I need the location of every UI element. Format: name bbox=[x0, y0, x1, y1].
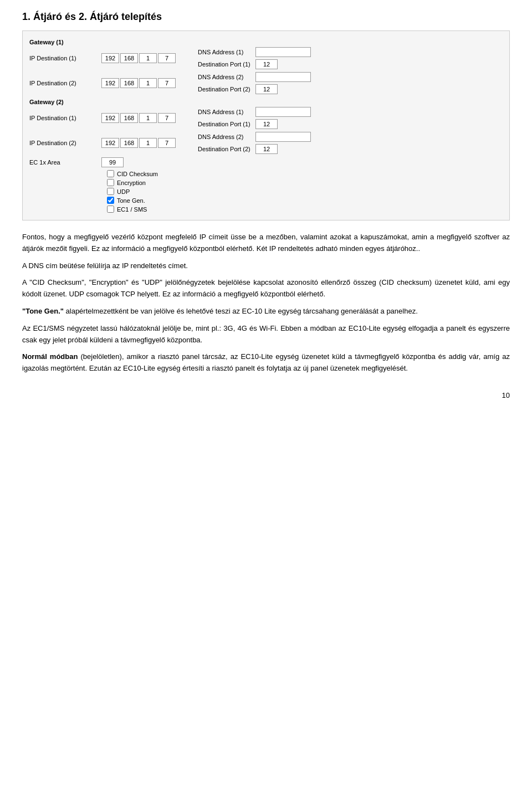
paragraph-6-rest: (bejelöletlen), amikor a riasztó panel t… bbox=[22, 352, 510, 372]
dns-addr2-gw1-label: DNS Address (2) bbox=[198, 74, 253, 80]
ip-dest1-gw1-b[interactable] bbox=[120, 53, 138, 63]
dest-port2-gw1-label: Destination Port (2) bbox=[198, 86, 253, 93]
ip-dest2-gw1-d[interactable] bbox=[158, 78, 176, 88]
paragraph-2: A DNS cím beütése felülírja az IP rendel… bbox=[22, 260, 510, 272]
ec1-sms-row: EC1 / SMS bbox=[107, 206, 503, 213]
dns-addr2-gw2-field[interactable] bbox=[255, 132, 311, 142]
cid-checksum-row: CID Checksum bbox=[107, 170, 503, 177]
paragraph-3: A "CID Checksum", "Encryption" és "UDP" … bbox=[22, 277, 510, 300]
ip-dest2-gw1-b[interactable] bbox=[120, 78, 138, 88]
gateway2-label: Gateway (2) bbox=[29, 99, 64, 105]
dest-port2-gw1-field[interactable] bbox=[255, 84, 278, 94]
paragraph-4: "Tone Gen." alapértelmezettként be van j… bbox=[22, 306, 510, 317]
dest-port1-gw1-label: Destination Port (1) bbox=[198, 61, 253, 68]
cid-checksum-checkbox[interactable] bbox=[107, 170, 114, 177]
encryption-label: Encryption bbox=[117, 179, 146, 186]
ip-dest2-gw2-c[interactable] bbox=[139, 138, 157, 148]
ip-dest1-gw2-a[interactable] bbox=[101, 113, 119, 123]
ip-dest2-gw1-a[interactable] bbox=[101, 78, 119, 88]
dns-addr1-gw1-field[interactable] bbox=[255, 47, 311, 57]
dns-addr1-gw2-field[interactable] bbox=[255, 107, 311, 117]
udp-checkbox[interactable] bbox=[107, 188, 114, 195]
ec1-sms-checkbox[interactable] bbox=[107, 206, 114, 213]
ip-dest1-gw1-a[interactable] bbox=[101, 53, 119, 63]
paragraph-6: Normál módban (bejelöletlen), amikor a r… bbox=[22, 351, 510, 375]
ip-dest2-gw2-fields bbox=[101, 138, 176, 148]
tone-gen-checkbox[interactable] bbox=[107, 197, 114, 204]
dns-addr2-gw1-field[interactable] bbox=[255, 72, 311, 82]
ip-dest2-gw2-b[interactable] bbox=[120, 138, 138, 148]
ip-dest1-gw2-c[interactable] bbox=[139, 113, 157, 123]
encryption-row: Encryption bbox=[107, 179, 503, 186]
gateway1-label: Gateway (1) bbox=[29, 39, 64, 45]
paragraph-1: Fontos, hogy a megfigyelő vezérlő közpon… bbox=[22, 232, 510, 255]
paragraph-5: Az EC1/SMS négyzetet lassú hálózatoknál … bbox=[22, 323, 510, 346]
dns-addr1-gw2-label: DNS Address (1) bbox=[198, 109, 253, 115]
dns-addr1-gw1-label: DNS Address (1) bbox=[198, 49, 253, 55]
ip-dest2-gw2-d[interactable] bbox=[158, 138, 176, 148]
page-number: 10 bbox=[22, 391, 510, 399]
ip-dest1-gw1-fields bbox=[101, 53, 176, 63]
ip-dest2-gw1-fields bbox=[101, 78, 176, 88]
ec1x-area-label: EC 1x Area bbox=[29, 159, 101, 166]
tone-gen-reference: "Tone Gen." bbox=[22, 307, 64, 315]
dest-port1-gw1-field[interactable] bbox=[255, 59, 278, 69]
ec1-sms-label: EC1 / SMS bbox=[117, 206, 147, 213]
ip-dest2-gw2-a[interactable] bbox=[101, 138, 119, 148]
config-box: Gateway (1) IP Destination (1) DNS Addre… bbox=[22, 30, 510, 220]
ec1x-area-field[interactable] bbox=[101, 157, 124, 167]
dns-addr2-gw2-label: DNS Address (2) bbox=[198, 134, 253, 140]
dest-port1-gw2-label: Destination Port (1) bbox=[198, 121, 253, 127]
ip-dest1-gw2-b[interactable] bbox=[120, 113, 138, 123]
ip-dest1-gw2-label: IP Destination (1) bbox=[29, 115, 101, 121]
tone-gen-label: Tone Gen. bbox=[117, 197, 145, 204]
ip-dest2-gw1-c[interactable] bbox=[139, 78, 157, 88]
ip-dest2-gw1-label: IP Destination (2) bbox=[29, 80, 101, 86]
udp-label: UDP bbox=[117, 188, 130, 195]
ip-dest1-gw1-label: IP Destination (1) bbox=[29, 55, 101, 61]
page-title: 1. Átjáró és 2. Átjáró telepítés bbox=[22, 11, 510, 23]
dest-port2-gw2-field[interactable] bbox=[255, 144, 278, 154]
ip-dest1-gw1-d[interactable] bbox=[158, 53, 176, 63]
ip-dest1-gw2-fields bbox=[101, 113, 176, 123]
paragraph-4-rest: alapértelmezettként be van jelölve és le… bbox=[64, 307, 418, 315]
cid-checksum-label: CID Checksum bbox=[117, 171, 158, 177]
normal-mode-label: Normál módban bbox=[22, 352, 78, 361]
ip-dest2-gw2-label: IP Destination (2) bbox=[29, 140, 101, 146]
dest-port1-gw2-field[interactable] bbox=[255, 119, 278, 129]
ip-dest1-gw2-d[interactable] bbox=[158, 113, 176, 123]
udp-row: UDP bbox=[107, 188, 503, 195]
dest-port2-gw2-label: Destination Port (2) bbox=[198, 146, 253, 152]
ip-dest1-gw1-c[interactable] bbox=[139, 53, 157, 63]
tone-gen-row: Tone Gen. bbox=[107, 197, 503, 204]
encryption-checkbox[interactable] bbox=[107, 179, 114, 186]
